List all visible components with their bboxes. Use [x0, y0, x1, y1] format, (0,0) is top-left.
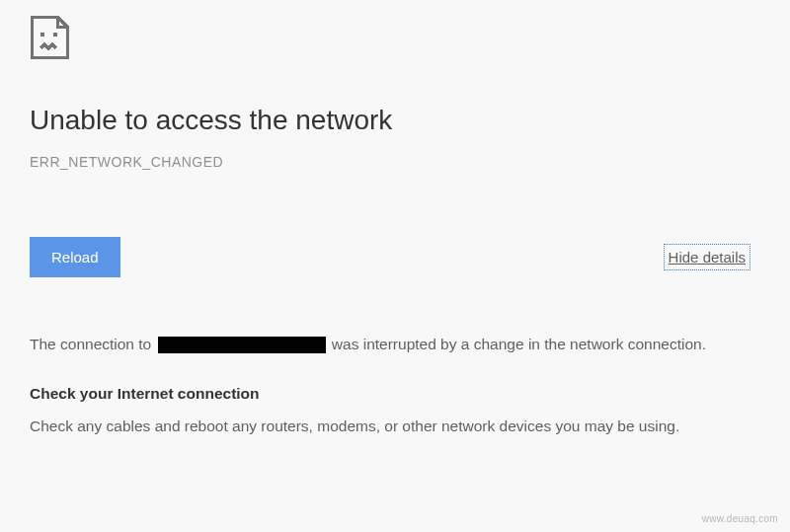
details-section: The connection to was interrupted by a c…: [30, 332, 760, 439]
hide-details-link[interactable]: Hide details: [664, 244, 750, 270]
reload-button[interactable]: Reload: [30, 237, 120, 277]
error-code: ERR_NETWORK_CHANGED: [30, 154, 760, 170]
connection-message: The connection to was interrupted by a c…: [30, 332, 760, 357]
action-row: Reload Hide details: [30, 237, 760, 277]
connection-prefix: The connection to: [30, 336, 156, 352]
svg-rect-1: [53, 33, 57, 37]
check-connection-header: Check your Internet connection: [30, 381, 760, 407]
connection-suffix: was interrupted by a change in the netwo…: [332, 336, 706, 352]
watermark: www.deuaq.com: [702, 513, 778, 524]
svg-rect-0: [40, 33, 44, 37]
redacted-host: [158, 337, 326, 353]
page-title: Unable to access the network: [30, 105, 760, 136]
sad-file-icon: [30, 15, 760, 63]
check-connection-text: Check any cables and reboot any routers,…: [30, 414, 760, 439]
